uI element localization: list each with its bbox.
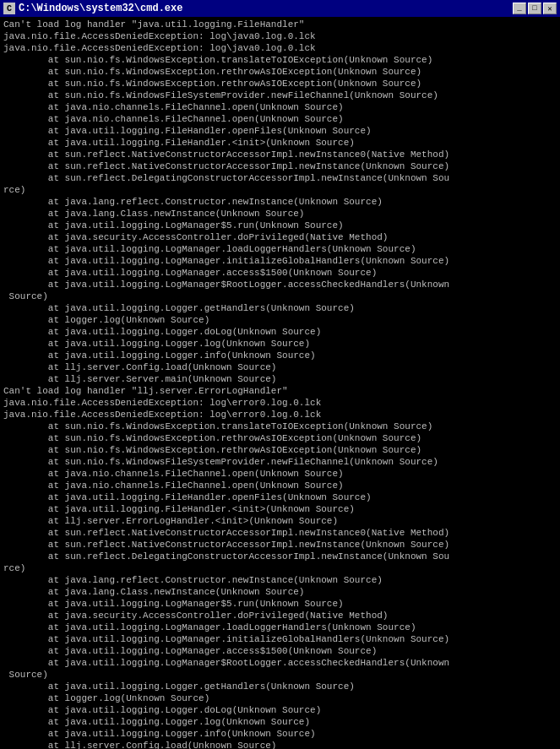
cmd-icon: C bbox=[3, 3, 15, 14]
console-line: at sun.nio.fs.WindowsException.translate… bbox=[3, 54, 557, 66]
console-line: at sun.reflect.DelegatingConstructorAcce… bbox=[3, 172, 557, 184]
console-line: at java.util.logging.LogManager.access$1… bbox=[3, 645, 557, 657]
console-line: at java.util.logging.LogManager.initiali… bbox=[3, 633, 557, 645]
console-line: at java.lang.Class.newInstance(Unknown S… bbox=[3, 208, 557, 220]
console-line: at java.util.logging.Logger.doLog(Unknow… bbox=[3, 326, 557, 338]
console-line: rce) bbox=[3, 184, 557, 196]
console-line: at sun.nio.fs.WindowsException.rethrowAs… bbox=[3, 78, 557, 90]
console-line: Can't load log handler "llj.server.Error… bbox=[3, 385, 557, 397]
console-line: at java.util.logging.Logger.doLog(Unknow… bbox=[3, 704, 557, 716]
console-line: at sun.reflect.DelegatingConstructorAcce… bbox=[3, 551, 557, 562]
console-line: at sun.reflect.NativeConstructorAccessor… bbox=[3, 527, 557, 539]
console-line: at java.security.AccessController.doPriv… bbox=[3, 610, 557, 621]
console-line: Source) bbox=[3, 669, 557, 681]
console-line: at java.util.logging.LogManager$RootLogg… bbox=[3, 279, 557, 290]
console-line: at sun.nio.fs.WindowsFileSystemProvider.… bbox=[3, 90, 557, 101]
console-line: at java.nio.channels.FileChannel.open(Un… bbox=[3, 480, 557, 491]
console-line: at java.util.logging.FileHandler.openFil… bbox=[3, 491, 557, 503]
title-bar-left: C C:\Windows\system32\cmd.exe bbox=[3, 3, 182, 14]
console-line: at java.util.logging.FileHandler.<init>(… bbox=[3, 503, 557, 515]
console-line: at sun.nio.fs.WindowsException.rethrowAs… bbox=[3, 432, 557, 444]
console-line: at sun.reflect.NativeConstructorAccessor… bbox=[3, 149, 557, 160]
title-bar: C C:\Windows\system32\cmd.exe _ □ ✕ bbox=[0, 0, 560, 17]
console-line: at java.util.logging.Logger.getHandlers(… bbox=[3, 302, 557, 314]
console-line: at logger.log(Unknown Source) bbox=[3, 314, 557, 326]
console-line: at java.util.logging.LogManager$RootLogg… bbox=[3, 657, 557, 669]
cmd-window: C C:\Windows\system32\cmd.exe _ □ ✕ Can'… bbox=[0, 0, 560, 749]
window-controls: _ □ ✕ bbox=[513, 3, 557, 14]
console-line: at java.util.logging.LogManager.loadLogg… bbox=[3, 621, 557, 633]
console-line: at logger.log(Unknown Source) bbox=[3, 692, 557, 704]
console-line: at sun.reflect.NativeConstructorAccessor… bbox=[3, 160, 557, 172]
console-line: at java.util.logging.Logger.info(Unknown… bbox=[3, 728, 557, 740]
console-line: at java.nio.channels.FileChannel.open(Un… bbox=[3, 468, 557, 480]
console-line: at java.lang.reflect.Constructor.newInst… bbox=[3, 574, 557, 586]
maximize-button[interactable]: □ bbox=[528, 3, 541, 14]
window-title: C:\Windows\system32\cmd.exe bbox=[19, 3, 182, 14]
console-line: at sun.nio.fs.WindowsFileSystemProvider.… bbox=[3, 456, 557, 468]
console-line: java.nio.file.AccessDeniedException: log… bbox=[3, 397, 557, 409]
console-line: at java.util.logging.LogManager.loadLogg… bbox=[3, 243, 557, 255]
console-line: java.nio.file.AccessDeniedException: log… bbox=[3, 30, 557, 42]
console-line: at java.util.logging.LogManager.initiali… bbox=[3, 255, 557, 267]
console-line: at llj.server.ErrorLogHandler.<init>(Unk… bbox=[3, 515, 557, 527]
minimize-button[interactable]: _ bbox=[513, 3, 526, 14]
close-button[interactable]: ✕ bbox=[543, 3, 557, 14]
console-line: at llj.server.Config.load(Unknown Source… bbox=[3, 361, 557, 373]
console-line: at llj.server.Config.load(Unknown Source… bbox=[3, 740, 557, 749]
console-line: at java.util.logging.Logger.log(Unknown … bbox=[3, 338, 557, 350]
console-line: at llj.server.Server.main(Unknown Source… bbox=[3, 373, 557, 385]
console-line: at java.util.logging.Logger.log(Unknown … bbox=[3, 716, 557, 728]
console-line: at java.util.logging.LogManager$5.run(Un… bbox=[3, 598, 557, 610]
console-line: at sun.reflect.NativeConstructorAccessor… bbox=[3, 539, 557, 551]
console-line: at java.util.logging.Logger.info(Unknown… bbox=[3, 350, 557, 361]
console-line: at java.util.logging.LogManager.access$1… bbox=[3, 267, 557, 279]
console-line: Source) bbox=[3, 290, 557, 302]
console-line: Can't load log handler "java.util.loggin… bbox=[3, 19, 557, 30]
console-line: rce) bbox=[3, 562, 557, 574]
console-line: at sun.nio.fs.WindowsException.translate… bbox=[3, 421, 557, 432]
console-line: at java.nio.channels.FileChannel.open(Un… bbox=[3, 101, 557, 113]
console-line: at sun.nio.fs.WindowsException.rethrowAs… bbox=[3, 66, 557, 78]
console-line: at java.nio.channels.FileChannel.open(Un… bbox=[3, 113, 557, 125]
console-line: at java.lang.Class.newInstance(Unknown S… bbox=[3, 586, 557, 598]
console-line: at java.util.logging.Logger.getHandlers(… bbox=[3, 681, 557, 692]
console-line: at sun.nio.fs.WindowsException.rethrowAs… bbox=[3, 444, 557, 456]
console-line: at java.util.logging.FileHandler.<init>(… bbox=[3, 137, 557, 149]
console-line: at java.lang.reflect.Constructor.newInst… bbox=[3, 196, 557, 208]
console-output: Can't load log handler "java.util.loggin… bbox=[0, 17, 560, 749]
console-line: at java.util.logging.LogManager$5.run(Un… bbox=[3, 220, 557, 231]
console-line: java.nio.file.AccessDeniedException: log… bbox=[3, 42, 557, 54]
console-line: java.nio.file.AccessDeniedException: log… bbox=[3, 409, 557, 421]
console-line: at java.util.logging.FileHandler.openFil… bbox=[3, 125, 557, 137]
console-line: at java.security.AccessController.doPriv… bbox=[3, 231, 557, 243]
